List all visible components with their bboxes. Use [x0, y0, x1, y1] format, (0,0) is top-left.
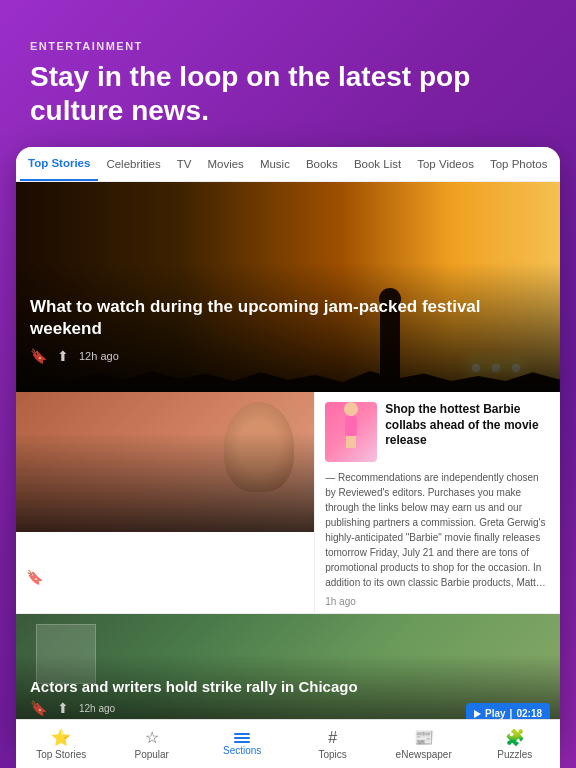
sections-line	[234, 741, 250, 743]
story-bottom-title: Actors and writers hold strike rally in …	[30, 677, 460, 697]
story-bottom-text: Actors and writers hold strike rally in …	[30, 677, 460, 717]
story-right[interactable]: Shop the hottest Barbie collabs ahead of…	[315, 392, 560, 613]
sections-icon	[234, 733, 250, 743]
nav-puzzles[interactable]: 🧩 Puzzles	[487, 728, 542, 760]
story-right-body: — Recommendations are independently chos…	[325, 470, 550, 590]
story-right-time: 1h ago	[325, 590, 550, 613]
share-icon[interactable]: ⬆	[57, 348, 69, 364]
tab-tv[interactable]: TV	[169, 148, 200, 180]
story-left-image	[16, 392, 314, 532]
popular-icon: ☆	[145, 728, 159, 747]
tab-books[interactable]: Books	[298, 148, 346, 180]
tab-movies[interactable]: Movies	[199, 148, 251, 180]
two-col-row: Maria Menounos, husband Keven Undergaro …	[16, 392, 560, 614]
story-left-overlay	[16, 432, 314, 532]
nav-enewspaper-label: eNewspaper	[396, 749, 452, 760]
tab-top-stories[interactable]: Top Stories	[20, 147, 98, 181]
story-bottom-time: 12h ago	[79, 703, 115, 714]
nav-popular[interactable]: ☆ Popular	[124, 728, 179, 760]
nav-topics[interactable]: # Topics	[305, 729, 360, 760]
story-left-title: Maria Menounos, husband Keven Undergaro …	[26, 531, 304, 565]
story-left-bookmark-icon[interactable]: 🔖	[26, 569, 43, 585]
tab-entertain-this[interactable]: Entertain This!	[555, 148, 560, 180]
top-stories-icon: ⭐	[51, 728, 71, 747]
nav-sections[interactable]: Sections	[215, 733, 270, 756]
tab-celebrities[interactable]: Celebrities	[98, 148, 168, 180]
nav-enewspaper[interactable]: 📰 eNewspaper	[396, 728, 452, 760]
video-duration: |	[510, 708, 513, 719]
header-section: ENTERTAINMENT Stay in the loop on the la…	[0, 0, 576, 147]
nav-top-stories-label: Top Stories	[36, 749, 86, 760]
tab-book-list[interactable]: Book List	[346, 148, 409, 180]
play-icon	[474, 710, 481, 718]
sections-line	[234, 737, 250, 739]
tab-music[interactable]: Music	[252, 148, 298, 180]
story-left-share-icon[interactable]: ⬆	[51, 569, 63, 585]
nav-top-stories[interactable]: ⭐ Top Stories	[34, 728, 89, 760]
nav-sections-label: Sections	[223, 745, 261, 756]
sections-line	[234, 733, 250, 735]
hero-title: What to watch during the upcoming jam-pa…	[30, 296, 546, 340]
play-label: Play	[485, 708, 506, 719]
puzzles-icon: 🧩	[505, 728, 525, 747]
story-bottom-meta: 🔖 ⬆ 12h ago	[30, 700, 460, 716]
story-left-time: 20m ago	[71, 572, 110, 583]
hero-text: What to watch during the upcoming jam-pa…	[30, 296, 546, 364]
story-left[interactable]: Maria Menounos, husband Keven Undergaro …	[16, 392, 315, 613]
nav-topics-label: Topics	[318, 749, 346, 760]
hero-time: 12h ago	[79, 350, 119, 362]
header-label: ENTERTAINMENT	[30, 40, 546, 52]
story-bottom-bookmark-icon[interactable]: 🔖	[30, 700, 47, 716]
nav-puzzles-label: Puzzles	[497, 749, 532, 760]
story-left-text: Maria Menounos, husband Keven Undergaro …	[26, 531, 304, 585]
topics-icon: #	[328, 729, 337, 747]
nav-popular-label: Popular	[134, 749, 168, 760]
story-left-meta: 🔖 ⬆ 20m ago	[26, 569, 304, 585]
story-right-top: Shop the hottest Barbie collabs ahead of…	[325, 402, 550, 462]
app-card: Top Stories Celebrities TV Movies Music …	[16, 147, 560, 744]
video-duration-value: 02:18	[516, 708, 542, 719]
bookmark-icon[interactable]: 🔖	[30, 348, 47, 364]
enewspaper-icon: 📰	[414, 728, 434, 747]
hero-story[interactable]: What to watch during the upcoming jam-pa…	[16, 182, 560, 392]
barbie-body	[345, 416, 357, 436]
story-bottom-share-icon[interactable]: ⬆	[57, 700, 69, 716]
barbie-head	[344, 402, 358, 416]
nav-tabs: Top Stories Celebrities TV Movies Music …	[16, 147, 560, 182]
story-right-thumbnail	[325, 402, 377, 462]
tab-top-videos[interactable]: Top Videos	[409, 148, 482, 180]
barbie-legs	[346, 436, 356, 448]
tab-top-photos[interactable]: Top Photos	[482, 148, 556, 180]
bottom-nav: ⭐ Top Stories ☆ Popular Sections # Topic…	[16, 719, 560, 768]
hero-meta: 🔖 ⬆ 12h ago	[30, 348, 546, 364]
story-right-headline: Shop the hottest Barbie collabs ahead of…	[385, 402, 550, 462]
header-title: Stay in the loop on the latest pop cultu…	[30, 60, 546, 127]
